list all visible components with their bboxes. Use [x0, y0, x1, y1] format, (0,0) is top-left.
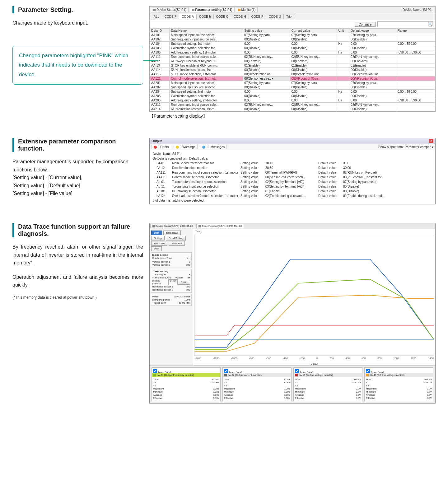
trace-checkbox[interactable]: [366, 369, 370, 373]
section2-heading: Extensive parameter comparison function.: [12, 138, 143, 152]
trace-checkbox[interactable]: [224, 369, 228, 373]
x-tick: 200: [329, 357, 334, 360]
trace-line-orange: [195, 295, 434, 351]
print-button[interactable]: Print: [151, 246, 162, 251]
code-tab-code-u[interactable]: CODE-U: [266, 14, 284, 19]
color-swatch-icon: [153, 374, 156, 376]
col-setting-value[interactable]: Setting value: [243, 29, 290, 33]
trace-line-red: [195, 325, 434, 335]
table-row[interactable]: AA211Run-command input source sele..02(R…: [150, 103, 435, 107]
table-row[interactable]: AA-13STOP-key enable at RUN-comm..01(Ena…: [150, 63, 435, 68]
output-source[interactable]: Parameter compar: [405, 145, 431, 149]
col-data-id[interactable]: Data ID: [150, 29, 170, 33]
data-button[interactable]: Data: [151, 231, 162, 235]
section3-body2: Operation adjustment and failure analysi…: [12, 273, 143, 289]
data-read-button[interactable]: Data Read: [163, 231, 181, 235]
col-default-value[interactable]: Default value: [349, 29, 396, 33]
trace-chart[interactable]: -1400-1200-1000-800-600-400-200020040060…: [194, 235, 434, 356]
grid-icon: [152, 225, 155, 227]
col-unit[interactable]: Unit: [337, 29, 349, 33]
search-icon: 🔍: [428, 22, 432, 26]
output-row: bA124Overload restriction 2 mode selecti…: [156, 194, 432, 198]
section3-footnote: (*This memory data is cleared at power s…: [12, 295, 143, 300]
section1-body: Changes made by keyboard input.: [12, 19, 143, 27]
read-file-button[interactable]: Read File: [151, 241, 167, 246]
trace-checkbox[interactable]: [295, 369, 299, 373]
x-tick: 1400: [428, 357, 434, 360]
tab-parameter-setting[interactable]: Parameter setting(SJ-P1): [190, 7, 235, 12]
table-row[interactable]: AA115STOP mode selection, 1st-motor00(De…: [150, 72, 435, 77]
output-row: FA-12Deceleration time monitorSetting va…: [156, 166, 432, 170]
table-row[interactable]: AA101Main speed input source selecti..07…: [150, 33, 435, 37]
table-row[interactable]: AA114RUN-direction restriction, 1st-m..0…: [150, 68, 435, 72]
table-row[interactable]: AA111Run-command input source sele..02(R…: [150, 55, 435, 59]
param-caption: 【Parameter setting display】: [149, 114, 436, 119]
tab-monitor[interactable]: Monitor(1): [236, 7, 258, 12]
code-tab-code-b[interactable]: CODE-b: [196, 14, 214, 19]
table-row[interactable]: AA206Add frequency setting, 2nd-motor0.0…: [150, 98, 435, 103]
x-tick: -200: [300, 357, 305, 360]
col-range[interactable]: Range: [396, 29, 435, 33]
out-foot: 8 of data mismatching were detected.: [153, 198, 432, 203]
x-tick: -1400: [195, 357, 201, 360]
table-row[interactable]: AA-12RUN-key Direction of Keypad, 1..00(…: [150, 59, 435, 63]
output-row: Ad-11Torque bias input source selectionS…: [156, 184, 432, 189]
table-row[interactable]: AA204Sub speed setting, 2nd-motor0.000.0…: [150, 90, 435, 94]
section1-heading: Parameter Setting.: [12, 6, 143, 13]
trace-line-blue: [195, 259, 434, 347]
chevron-down-icon[interactable]: ▾: [189, 273, 190, 276]
table-row[interactable]: AA104Sub speed setting, 1st-motor0.000.0…: [150, 42, 435, 46]
trace-window: Device Status(SJ-P1) 2020-04-20 Trace Fu…: [149, 223, 436, 404]
show-output-label: Show output from:: [378, 145, 404, 149]
x-tick: 400: [346, 357, 350, 360]
setting-button[interactable]: Setting: [151, 236, 165, 240]
code-tab-trip[interactable]: Trip: [283, 14, 294, 19]
compare-button[interactable]: Compare: [355, 22, 376, 27]
code-tab-all[interactable]: ALL: [151, 14, 162, 19]
y-axis-group: Y axis setting Trace Signal▾ Y axis mode…: [151, 269, 192, 293]
col-data-name[interactable]: Data Name: [170, 29, 243, 33]
trace-tab-function[interactable]: Trace Function(SJ-P1) 03/03 Mar 20: [196, 224, 244, 228]
save-file-button[interactable]: Save File: [169, 241, 184, 246]
errors-pill[interactable]: 0 Errors: [152, 145, 171, 149]
trace-checkbox[interactable]: [153, 369, 157, 373]
warnings-pill[interactable]: 0 Warnings: [174, 145, 198, 149]
code-tab-code-c[interactable]: CODE-C: [213, 14, 231, 19]
table-row[interactable]: AA214RUN-direction restriction, 1st-m..0…: [150, 107, 435, 111]
table-row[interactable]: AA201Main speed input source selecti..07…: [150, 81, 435, 85]
table-row[interactable]: AA121Control mode selection, 1st-mot..08…: [150, 77, 435, 81]
trace-tab-status[interactable]: Device Status(SJ-P1) 2020-04-20: [150, 224, 195, 228]
out-l2: SetData is compared with Default value.: [153, 156, 432, 161]
x-tick: 800: [377, 357, 381, 360]
code-tab-code-p[interactable]: CODE-P: [249, 14, 266, 19]
trace-panel-p3: Trace Data3dA-18 (Output voltage monitor…: [293, 367, 362, 401]
section3-body1: By frequency reached, alarm or other sig…: [12, 243, 143, 267]
table-row[interactable]: AA205Calculation symbol selection for..0…: [150, 94, 435, 98]
col-current-value[interactable]: Current value: [290, 29, 337, 33]
reset-button[interactable]: Reset: [178, 280, 190, 285]
search-input[interactable]: 🔍: [377, 21, 433, 27]
grid-icon: [198, 225, 201, 227]
color-swatch-icon: [366, 374, 369, 376]
x-tick: -1000: [231, 357, 237, 360]
x-tick: -800: [249, 357, 254, 360]
trace-line-green: [195, 279, 434, 349]
code-tab-code-a[interactable]: CODE-A: [179, 14, 197, 19]
table-row[interactable]: AA102Sub frequency input source sele..00…: [150, 37, 435, 42]
read-setting-button[interactable]: Read Setting: [166, 236, 186, 240]
x-tick: -1200: [213, 357, 219, 360]
table-row[interactable]: AA202Sub speed input source selectio..00…: [150, 85, 435, 90]
code-tab-code-f[interactable]: CODE-F: [162, 14, 179, 19]
output-row: Ad-01Torque reference input source selec…: [156, 180, 432, 184]
close-icon[interactable]: ×: [429, 139, 433, 143]
section3-heading: Data Trace function support an failure d…: [12, 223, 143, 237]
trace-panel-p2: Trace Data2dA-02 (Output current monitor…: [222, 367, 292, 401]
chevron-down-icon[interactable]: ▾: [432, 145, 433, 149]
section2-body: Parameter management is supported by com…: [12, 158, 143, 198]
messages-pill[interactable]: 11 Messages: [200, 145, 227, 149]
tab-device-status[interactable]: Device Status(SJ-P1): [151, 7, 189, 12]
table-row[interactable]: AA106Add frequency setting, 1st-motor0.0…: [150, 50, 435, 55]
code-tab-code-h[interactable]: CODE-H: [231, 14, 249, 19]
table-row[interactable]: AA105Calculation symbol selection for..0…: [150, 46, 435, 50]
trace-sidebar: Data Data Read Setting Read Setting Read…: [150, 229, 193, 365]
